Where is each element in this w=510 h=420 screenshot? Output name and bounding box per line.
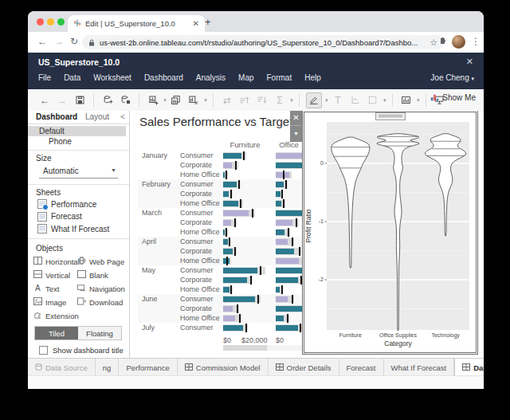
workbook-close-icon[interactable]: ✕ xyxy=(466,57,473,67)
sheet-tab-forecast[interactable]: Forecast xyxy=(339,359,384,376)
segment-label: Home Office xyxy=(180,199,220,207)
duplicate-sheet-icon[interactable] xyxy=(169,93,183,108)
tab-close-icon[interactable]: ✕ xyxy=(193,19,199,28)
highlight-icon[interactable] xyxy=(306,92,322,108)
bookmark-star-icon[interactable]: ☆ xyxy=(430,37,437,48)
menu-file[interactable]: File xyxy=(38,73,51,82)
furniture-sales-bar xyxy=(223,182,237,187)
drag-handle[interactable] xyxy=(375,112,406,120)
office-target-tick xyxy=(296,218,297,227)
totals-caret-icon[interactable]: ▼ xyxy=(289,98,294,103)
menu-worksheet[interactable]: Worksheet xyxy=(93,73,131,82)
address-bar[interactable]: us-west-2b.online.tableau.com/t/rstudio/… xyxy=(82,35,444,49)
sort-ascending-icon[interactable] xyxy=(237,93,252,108)
segment-label: Home Office xyxy=(180,228,220,236)
tab-dashboard[interactable]: Dashboard xyxy=(36,112,77,121)
menu-analysis[interactable]: Analysis xyxy=(196,73,226,82)
object-image[interactable]: Image xyxy=(33,296,66,308)
reload-icon[interactable]: ↻ xyxy=(70,36,78,47)
browser-menu-kebab-icon[interactable]: ⋮ xyxy=(471,36,481,47)
mac-close-button[interactable] xyxy=(37,18,44,26)
save-icon[interactable] xyxy=(73,93,87,108)
text-label-icon[interactable]: T xyxy=(331,93,345,108)
sheet-item-performance[interactable]: Performance xyxy=(37,198,128,210)
sheet-item-forecast[interactable]: Forecast xyxy=(37,211,128,222)
violin-sheet-panel[interactable]: 0-1-2FurnitureOffice SuppliesTechnologyC… xyxy=(302,111,478,355)
menu-format[interactable]: Format xyxy=(267,73,292,82)
object-label: Extension xyxy=(45,312,79,320)
object-vertical[interactable]: Vertical xyxy=(33,269,70,281)
totals-icon[interactable]: Σ xyxy=(273,93,287,108)
swap-rows-columns-icon[interactable]: ⇄ xyxy=(220,93,234,108)
pause-auto-updates-icon[interactable] xyxy=(118,93,132,108)
fix-axes-icon[interactable] xyxy=(348,93,363,108)
size-dropdown[interactable]: Automatic ▼ xyxy=(39,165,118,179)
show-dashboard-title-checkbox[interactable] xyxy=(39,346,48,355)
furniture-target-tick xyxy=(226,171,227,179)
violin-plot: 0-1-2FurnitureOffice SuppliesTechnologyC… xyxy=(304,112,474,349)
horizontal-scrollbar-thumb[interactable] xyxy=(223,345,267,351)
menu-dashboard[interactable]: Dashboard xyxy=(144,73,183,82)
segment-label: Corporate xyxy=(180,304,212,312)
menu-map[interactable]: Map xyxy=(238,73,253,82)
device-phone[interactable]: Phone xyxy=(28,136,126,147)
object-text[interactable]: AText xyxy=(33,283,59,294)
extensions-puzzle-icon[interactable] xyxy=(437,36,447,48)
sheet-tab-commission-model[interactable]: Commission Model xyxy=(178,359,269,376)
mac-zoom-button[interactable] xyxy=(57,18,65,26)
collapse-pane-icon[interactable]: < xyxy=(120,112,125,121)
sheet-tab-dashboard-7[interactable]: Dashboard 7 xyxy=(454,359,484,376)
browser-tab[interactable]: Edit | US_Superstore_10.0 ✕ xyxy=(68,15,205,32)
profile-avatar[interactable] xyxy=(452,35,465,49)
user-menu[interactable]: Joe Cheng ▾ xyxy=(430,73,474,82)
menu-data[interactable]: Data xyxy=(64,73,80,82)
floating-button[interactable]: Floating xyxy=(78,327,121,340)
object-download[interactable]: Download xyxy=(77,296,123,308)
device-default[interactable]: Default xyxy=(28,126,126,136)
sort-descending-icon[interactable] xyxy=(255,93,269,108)
segment-label: Corporate xyxy=(180,161,212,169)
sheet-tab-data-source[interactable]: Data Source xyxy=(28,359,96,376)
sheet-tab-ng[interactable]: ng xyxy=(96,359,120,376)
format-borders-caret-icon[interactable]: ▼ xyxy=(382,98,387,103)
new-tab-button[interactable]: + xyxy=(205,16,211,28)
browser-window: Edit | US_Superstore_10.0 ✕ + ← → ↻ us-w… xyxy=(28,11,484,389)
month-label: January xyxy=(142,151,167,159)
object-web-page[interactable]: Web Page xyxy=(77,256,124,267)
new-worksheet-caret-icon[interactable]: ▼ xyxy=(163,98,167,103)
sheet-tab-performance[interactable]: Performance xyxy=(119,359,177,376)
fit-icon[interactable] xyxy=(399,93,414,108)
grid-icon xyxy=(185,363,193,372)
fit-caret-icon[interactable]: ▼ xyxy=(416,98,421,103)
sheet-tab-what-if-forecast[interactable]: What If Forecast xyxy=(384,359,455,376)
object-extension[interactable]: Extension xyxy=(33,310,79,321)
clear-sheet-caret-icon[interactable]: ▼ xyxy=(203,98,208,103)
tiled-button[interactable]: Tiled xyxy=(35,327,78,340)
object-horizontal[interactable]: Horizontal xyxy=(33,256,80,267)
clear-sheet-icon[interactable] xyxy=(186,93,201,108)
sheet-item-what-if-forecast[interactable]: What If Forecast xyxy=(37,223,128,234)
show-me-button[interactable]: Show Me xyxy=(430,93,476,102)
redo-icon[interactable]: → xyxy=(55,93,69,108)
new-worksheet-icon[interactable] xyxy=(146,93,160,108)
tableau-favicon xyxy=(73,19,81,29)
highlight-caret-icon[interactable]: ▼ xyxy=(324,98,329,103)
object-blank[interactable]: Blank xyxy=(77,269,108,281)
new-data-source-icon[interactable] xyxy=(100,93,115,108)
menu-help[interactable]: Help xyxy=(304,73,321,82)
format-borders-icon[interactable] xyxy=(366,93,380,108)
tab-layout[interactable]: Layout xyxy=(85,112,109,121)
office-target-tick xyxy=(283,171,284,179)
mac-minimize-button[interactable] xyxy=(47,18,54,26)
furniture-sales-bar xyxy=(223,153,241,159)
zone-options-caret-icon[interactable]: ▼ xyxy=(290,126,302,141)
bullet-chart[interactable]: JanuaryConsumerCorporateHome OfficeFebru… xyxy=(130,111,302,334)
remove-zone-icon[interactable]: ✕ xyxy=(290,111,302,126)
back-icon[interactable]: ← xyxy=(37,36,47,47)
office-target-tick xyxy=(299,247,300,256)
object-navigation[interactable]: Navigation xyxy=(77,283,125,294)
forward-icon[interactable]: → xyxy=(54,36,64,47)
sheet-tab-order-details[interactable]: Order Details xyxy=(269,359,339,376)
x-category-label: Furniture xyxy=(339,332,362,338)
undo-icon[interactable]: ← xyxy=(37,93,52,108)
